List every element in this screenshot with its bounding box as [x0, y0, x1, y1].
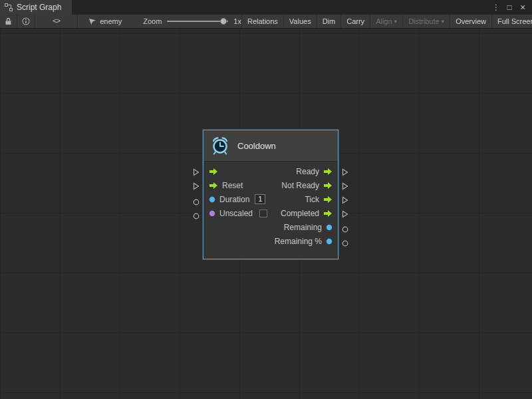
script-graph-window: Script Graph ⋮ □ × <> [0, 0, 532, 399]
value-output-port-remaining[interactable]: Remaining [284, 223, 332, 232]
flow-output-port-completed[interactable]: Completed [281, 209, 332, 218]
graph-reference[interactable]: enemy [78, 17, 128, 25]
flow-arrow-icon [323, 182, 332, 190]
zoom-control: Zoom 1x [128, 17, 241, 25]
external-flow-connector[interactable] [342, 209, 348, 221]
port-row: Remaining % [203, 234, 338, 248]
code-icon: <> [53, 17, 60, 25]
maximize-icon[interactable]: □ [504, 2, 515, 13]
titlebar-spacer [72, 0, 491, 15]
lock-button[interactable] [0, 15, 17, 28]
external-flow-connector[interactable] [342, 195, 348, 207]
toolbar-buttons: Relations Values Dim Carry Align ▾ Distr… [241, 15, 532, 28]
external-value-connector[interactable] [342, 237, 348, 249]
alarm-clock-icon [210, 136, 230, 156]
lock-icon [5, 17, 12, 25]
graph-tab-icon [5, 3, 13, 11]
value-input-port-duration[interactable]: Duration 1 [209, 194, 265, 204]
node-header[interactable]: Cooldown [203, 130, 338, 162]
tab-script-graph[interactable]: Script Graph [0, 0, 72, 15]
flow-arrow-icon [323, 196, 332, 203]
value-port-dot-icon [326, 224, 332, 231]
info-button[interactable] [17, 15, 35, 28]
distribute-button[interactable]: Distribute ▾ [402, 15, 450, 28]
close-icon[interactable]: × [517, 2, 528, 13]
port-row: Ready [203, 164, 338, 178]
relations-button[interactable]: Relations [241, 15, 283, 28]
external-flow-connector[interactable] [342, 181, 348, 193]
info-icon [22, 17, 30, 25]
value-input-port-unscaled[interactable]: Unscaled [209, 209, 267, 218]
port-row: Duration 1 Tick [203, 192, 338, 206]
flow-arrow-icon [209, 182, 218, 190]
zoom-slider[interactable] [167, 21, 228, 22]
node-body: Ready Reset Not Ready [203, 162, 338, 259]
value-port-dot-icon [209, 196, 215, 203]
values-button[interactable]: Values [283, 15, 317, 28]
value-output-port-remaining-percent[interactable]: Remaining % [275, 237, 332, 246]
value-port-dot-icon [209, 210, 215, 217]
external-value-connector[interactable] [342, 223, 348, 235]
chevron-down-icon: ▾ [442, 19, 445, 25]
carry-button[interactable]: Carry [340, 15, 370, 28]
graph-name: enemy [100, 17, 122, 25]
value-port-dot-icon [326, 238, 332, 245]
dim-button[interactable]: Dim [317, 15, 341, 28]
flow-input-port-reset[interactable]: Reset [209, 181, 243, 190]
port-row: Reset Not Ready [203, 178, 338, 192]
external-flow-connector[interactable] [193, 167, 200, 179]
zoom-slider-handle[interactable] [220, 18, 227, 25]
window-menu-icon[interactable]: ⋮ [491, 2, 501, 13]
duration-value-field[interactable]: 1 [255, 194, 265, 204]
flow-output-port-not-ready[interactable]: Not Ready [281, 181, 332, 190]
port-row: Unscaled Completed [203, 206, 338, 220]
graph-toolbar: <> enemy Zoom 1x Relations Values Dim Ca… [0, 15, 532, 29]
external-flow-connector[interactable] [193, 181, 200, 193]
flow-output-port-ready[interactable]: Ready [296, 167, 332, 176]
external-value-connector[interactable] [193, 210, 200, 222]
align-button[interactable]: Align ▾ [370, 15, 402, 28]
unscaled-checkbox[interactable] [259, 209, 267, 217]
flow-arrow-icon [209, 168, 218, 176]
zoom-value: 1x [233, 17, 241, 25]
zoom-label: Zoom [143, 17, 162, 25]
node-title: Cooldown [237, 141, 276, 151]
port-row: Remaining [203, 220, 338, 234]
overview-button[interactable]: Overview [450, 15, 491, 28]
graph-canvas[interactable]: Cooldown Ready [0, 29, 532, 399]
code-preview-button[interactable]: <> [35, 15, 78, 28]
tab-label: Script Graph [17, 3, 61, 12]
flow-input-port[interactable] [209, 168, 218, 176]
flow-output-port-tick[interactable]: Tick [305, 195, 332, 204]
full-screen-button[interactable]: Full Screen [491, 15, 532, 28]
titlebar: Script Graph ⋮ □ × [0, 0, 532, 15]
cooldown-node[interactable]: Cooldown Ready [203, 130, 338, 259]
script-graph-asset-icon [88, 18, 96, 25]
flow-arrow-icon [323, 168, 332, 176]
chevron-down-icon: ▾ [394, 19, 398, 25]
window-controls: ⋮ □ × [491, 0, 532, 15]
flow-arrow-icon [323, 209, 332, 217]
external-flow-connector[interactable] [342, 167, 348, 179]
external-value-connector[interactable] [193, 196, 200, 208]
